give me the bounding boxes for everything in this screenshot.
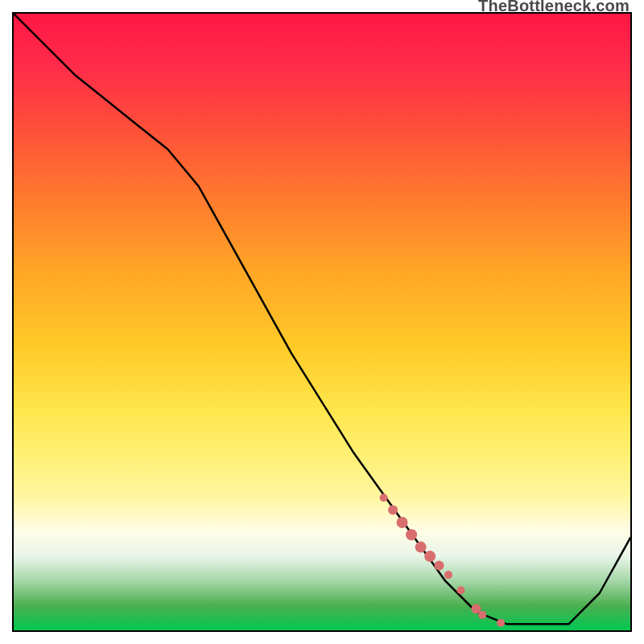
data-marker xyxy=(424,551,436,562)
data-marker xyxy=(415,542,427,553)
data-marker xyxy=(497,619,505,627)
data-marker xyxy=(397,517,408,528)
chart-overlay-svg xyxy=(14,14,630,630)
chart-container: TheBottleneck.com xyxy=(0,0,644,644)
data-marker xyxy=(388,506,398,515)
data-marker xyxy=(444,571,452,579)
line-series xyxy=(14,14,630,624)
bottleneck-line xyxy=(14,14,630,624)
data-marker xyxy=(406,529,417,540)
data-marker xyxy=(478,611,486,619)
plot-area xyxy=(12,12,632,632)
data-marker xyxy=(435,561,444,571)
data-marker xyxy=(380,493,388,502)
data-marker xyxy=(456,586,464,594)
